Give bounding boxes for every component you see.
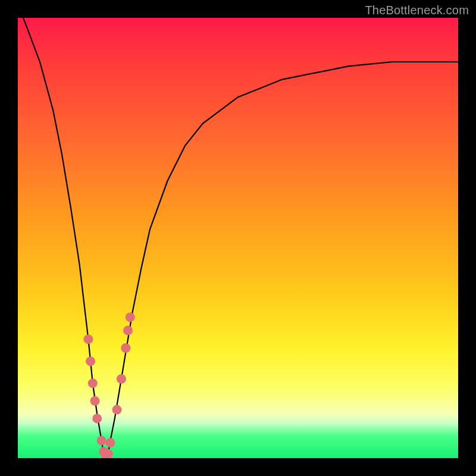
marker-dot [105,438,115,447]
marker-group [83,312,134,458]
marker-dot [88,378,98,388]
marker-dot [104,449,113,458]
chart-svg [18,18,458,458]
marker-dot [97,436,107,445]
marker-dot [92,414,102,423]
marker-dot [126,312,135,322]
marker-dot [117,374,126,384]
plot-area [18,18,458,458]
marker-dot [123,325,133,335]
marker-dot [90,396,100,406]
marker-dot [86,356,95,366]
marker-dot [112,405,122,415]
marker-dot [121,343,130,353]
watermark-text: TheBottleneck.com [365,4,469,17]
chart-frame: TheBottleneck.com [0,0,476,476]
marker-dot [83,334,93,344]
bottleneck-curve [18,18,458,458]
